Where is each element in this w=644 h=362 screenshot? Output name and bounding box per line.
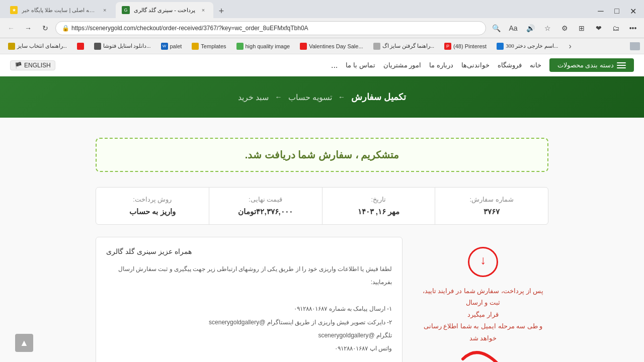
close-button[interactable]: ✕ bbox=[626, 4, 640, 18]
nav-about[interactable]: درباره ما bbox=[429, 61, 453, 69]
order-payment-cell: روش پرداخت: واریز به حساب bbox=[96, 188, 209, 224]
nav-contact[interactable]: تماس با ما bbox=[346, 61, 375, 69]
new-tab-button[interactable]: + bbox=[214, 4, 228, 18]
order-total-cell: قیمت نهایی: ۴۲,۳۷۶,۰۰۰تومان bbox=[209, 188, 322, 224]
left-side: ↑ پس از پرداخت، سفارش شما در فرایند تایی… bbox=[418, 237, 548, 362]
bookmark-templates-label: Templates bbox=[201, 43, 226, 49]
curved-arrow-decoration bbox=[448, 349, 518, 362]
bookmark-names-label: 300 اسم خارجی دختر... bbox=[506, 43, 558, 49]
bookmark-more-button[interactable]: › bbox=[564, 40, 576, 52]
bookmark-2[interactable] bbox=[73, 42, 88, 51]
bookmark-palet-label: palet bbox=[170, 43, 182, 49]
url-input[interactable] bbox=[71, 25, 479, 32]
nav-customers[interactable]: امور مشتریان bbox=[383, 61, 422, 69]
bookmark-names[interactable]: 300 اسم خارجی دختر... bbox=[493, 42, 562, 51]
right-side: همراه عزیز سینری گلد گالری لطفا فیش یا ا… bbox=[96, 237, 403, 362]
page-content: دسته بندی محصولات خانه فروشگاه خواندنی‌ه… bbox=[0, 54, 644, 362]
step-line-2: قرار میگیرد bbox=[418, 309, 548, 320]
split-view-icon[interactable]: ⊞ bbox=[575, 21, 589, 35]
main-content: متشکریم ، سفارش شما دریافت شد. شماره سفا… bbox=[0, 118, 644, 362]
bookmark-size-guide[interactable]: راهنما گرفتن سایز اگ... bbox=[369, 42, 439, 51]
scroll-top-icon: ▲ bbox=[20, 338, 29, 348]
read-aloud-icon[interactable]: 🔊 bbox=[523, 21, 537, 35]
contact-item-3: تلگرام @scenerygoldgallery bbox=[106, 329, 392, 342]
nav-store[interactable]: فروشگاه bbox=[498, 61, 522, 69]
breadcrumb-section: تکمیل سفارش ← تسویه حساب ← سبد خرید bbox=[0, 76, 644, 118]
maximize-button[interactable]: □ bbox=[610, 4, 624, 18]
bookmark-1-label: راهنمای انتخاب سایز... bbox=[17, 43, 67, 49]
translate-icon[interactable]: Aa bbox=[506, 21, 520, 35]
breadcrumb-arrow-2: ← bbox=[275, 93, 282, 101]
contact-item-2: ۲- دایرکت تصویر فیش واریزی از طریق اینست… bbox=[106, 316, 392, 329]
menu-btn-label: دسته بندی محصولات bbox=[557, 61, 614, 69]
bookmark-valentines[interactable]: Valentines Day Sale... bbox=[296, 42, 367, 51]
forward-button[interactable]: → bbox=[21, 21, 35, 35]
tab-bar: ★ صفحه اصلی | سایت طلا پایگاه خبر × G پر… bbox=[0, 0, 644, 18]
hamburger-icon bbox=[617, 62, 626, 68]
step-line-3: و طی سه مرحله ایمیل به شما اطلاع رسانی خ… bbox=[418, 320, 548, 344]
tab-2[interactable]: G پرداخت - سینری گلد گالری × bbox=[116, 2, 213, 18]
settings-icon[interactable]: ⚙ bbox=[557, 21, 572, 35]
nav-left: ENGLISH 🏴 bbox=[10, 60, 55, 70]
bookmark-3-label: دانلود استایل فتوشا... bbox=[103, 43, 151, 49]
thankyou-box: متشکریم ، سفارش شما دریافت شد. bbox=[96, 138, 548, 172]
breadcrumb-link-1[interactable]: سبد خرید bbox=[238, 93, 269, 102]
order-payment-value: واریز به حساب bbox=[106, 207, 199, 216]
contact-body: لطفا فیش یا اطلاعات واریزی خود را از طری… bbox=[106, 262, 392, 355]
back-button[interactable]: ← bbox=[4, 21, 18, 35]
order-info-row: شماره سفارش: ۳۷۶۷ تاریخ: مهر ۱۶, ۱۴۰۳ قی… bbox=[96, 187, 548, 225]
contact-item-1: ۱- ارسال پیامک به شماره ۰۹۱۲۸۸۰۱۶۸۷ bbox=[106, 302, 392, 315]
lock-icon: 🔒 bbox=[62, 25, 69, 32]
minimize-button[interactable]: ─ bbox=[594, 4, 608, 18]
browser-favorites-icon[interactable]: ❤ bbox=[592, 21, 606, 35]
bookmark-pinterest[interactable]: P (48) Pinterest bbox=[440, 42, 491, 51]
more-options-icon[interactable]: ••• bbox=[626, 21, 640, 35]
collections-icon[interactable]: 🗂 bbox=[609, 21, 623, 35]
nav-more-button[interactable]: ... bbox=[331, 61, 338, 70]
breadcrumb-arrow-1: ← bbox=[338, 93, 345, 101]
contact-box: همراه عزیز سینری گلد گالری لطفا فیش یا ا… bbox=[96, 237, 403, 362]
lang-label: ENGLISH bbox=[24, 62, 51, 69]
bookmark-palet[interactable]: W palet bbox=[157, 42, 186, 51]
order-date-cell: تاریخ: مهر ۱۶, ۱۴۰۳ bbox=[322, 188, 435, 224]
scroll-to-top-button[interactable]: ▲ bbox=[15, 334, 33, 352]
nav-right: دسته بندی محصولات خانه فروشگاه خواندنی‌ه… bbox=[331, 58, 634, 72]
bookmark-folder[interactable] bbox=[630, 42, 640, 50]
order-number-cell: شماره سفارش: ۳۷۶۷ bbox=[435, 188, 548, 224]
language-switcher[interactable]: ENGLISH 🏴 bbox=[10, 60, 55, 70]
order-date-label: تاریخ: bbox=[333, 196, 425, 203]
flag-icon: 🏴 bbox=[15, 62, 22, 69]
circle-arrow-icon: ↑ bbox=[468, 247, 498, 277]
bookmark-3[interactable]: دانلود استایل فتوشا... bbox=[90, 42, 155, 51]
order-container: متشکریم ، سفارش شما دریافت شد. شماره سفا… bbox=[96, 138, 548, 362]
tab-1-close[interactable]: × bbox=[101, 6, 109, 14]
tab-1-label: صفحه اصلی | سایت طلا پایگاه خبر bbox=[22, 7, 97, 14]
bookmark-templates[interactable]: Templates bbox=[188, 42, 230, 51]
bookmarks-bar: راهنمای انتخاب سایز... دانلود استایل فتو… bbox=[0, 38, 644, 54]
arrow-up-icon: ↑ bbox=[480, 255, 486, 269]
order-date-value: مهر ۱۶, ۱۴۰۳ bbox=[333, 207, 425, 216]
nav-reading[interactable]: خواندنی‌ها bbox=[461, 61, 490, 69]
order-payment-label: روش پرداخت: bbox=[106, 196, 199, 203]
contact-greeting: همراه عزیز سینری گلد گالری bbox=[106, 247, 392, 255]
bookmark-1[interactable]: راهنمای انتخاب سایز... bbox=[4, 42, 71, 51]
breadcrumb-link-2[interactable]: تسویه حساب bbox=[288, 93, 332, 102]
refresh-button[interactable]: ↻ bbox=[38, 21, 52, 35]
bookmark-hq-label: high quality image bbox=[246, 43, 290, 49]
category-menu-button[interactable]: دسته بندی محصولات bbox=[549, 58, 634, 72]
steps-text: پس از پرداخت، سفارش شما در فرایند تایید،… bbox=[418, 285, 548, 344]
browser-titlebar: ★ صفحه اصلی | سایت طلا پایگاه خبر × G پر… bbox=[0, 0, 644, 54]
bookmark-hq-image[interactable]: high quality image bbox=[232, 42, 294, 51]
nav-home[interactable]: خانه bbox=[530, 61, 541, 69]
address-bar[interactable]: 🔒 bbox=[55, 21, 486, 35]
site-header: دسته بندی محصولات خانه فروشگاه خواندنی‌ه… bbox=[0, 54, 644, 76]
tab-2-close[interactable]: × bbox=[199, 6, 207, 14]
bookmark-pinterest-label: (48) Pinterest bbox=[453, 43, 487, 49]
site-nav: دسته بندی محصولات خانه فروشگاه خواندنی‌ه… bbox=[0, 54, 644, 76]
favorites-icon[interactable]: ☆ bbox=[540, 21, 554, 35]
search-icon-btn[interactable]: 🔍 bbox=[489, 21, 503, 35]
tab-2-label: پرداخت - سینری گلد گالری bbox=[134, 7, 195, 14]
step-line-1: پس از پرداخت، سفارش شما در فرایند تایید،… bbox=[418, 285, 548, 309]
tab-1[interactable]: ★ صفحه اصلی | سایت طلا پایگاه خبر × bbox=[4, 2, 115, 18]
breadcrumb-trail: تکمیل سفارش ← تسویه حساب ← سبد خرید bbox=[10, 92, 634, 103]
